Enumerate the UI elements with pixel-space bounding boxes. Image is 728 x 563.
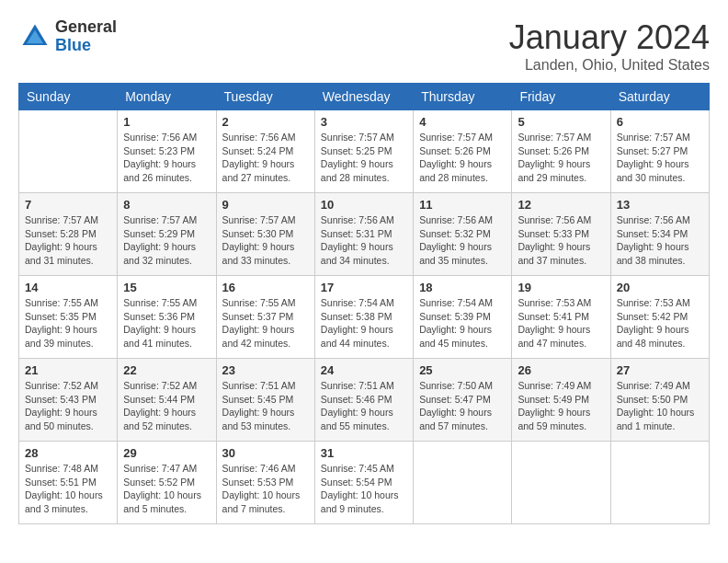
day-number: 17 (321, 281, 407, 294)
calendar-cell: 28 Sunrise: 7:48 AM Sunset: 5:51 PM Dayl… (19, 442, 118, 524)
sunset-text: Sunset: 5:27 PM (617, 145, 688, 156)
sunset-text: Sunset: 5:39 PM (419, 311, 491, 322)
sunrise-text: Sunrise: 7:55 AM (222, 297, 296, 308)
calendar-cell: 26 Sunrise: 7:49 AM Sunset: 5:49 PM Dayl… (512, 359, 610, 442)
sunset-text: Sunset: 5:50 PM (617, 394, 688, 405)
day-info: Sunrise: 7:53 AM Sunset: 5:41 PM Dayligh… (518, 296, 604, 350)
sunset-text: Sunset: 5:26 PM (419, 145, 491, 156)
daylight-text: Daylight: 10 hours and 3 minutes. (25, 489, 103, 514)
daylight-text: Daylight: 9 hours and 57 minutes. (419, 407, 492, 431)
sunset-text: Sunset: 5:28 PM (25, 228, 97, 239)
day-number: 15 (123, 281, 210, 294)
sunset-text: Sunset: 5:32 PM (419, 228, 491, 239)
weekday-header: Wednesday (314, 84, 413, 110)
day-info: Sunrise: 7:56 AM Sunset: 5:24 PM Dayligh… (222, 131, 309, 185)
day-number: 22 (123, 363, 210, 377)
daylight-text: Daylight: 9 hours and 41 minutes. (123, 324, 196, 349)
calendar-cell: 20 Sunrise: 7:53 AM Sunset: 5:42 PM Dayl… (610, 276, 709, 359)
logo-blue-text: Blue (55, 37, 117, 55)
page-header: General Blue January 2024 Landen, Ohio, … (18, 18, 710, 74)
calendar-cell: 17 Sunrise: 7:54 AM Sunset: 5:38 PM Dayl… (314, 276, 413, 359)
day-number: 1 (123, 115, 210, 129)
sunrise-text: Sunrise: 7:57 AM (123, 214, 197, 225)
day-number: 9 (222, 198, 309, 212)
sunrise-text: Sunrise: 7:49 AM (617, 380, 690, 391)
calendar-cell (610, 442, 709, 524)
day-number: 11 (419, 198, 506, 212)
sunrise-text: Sunrise: 7:57 AM (25, 214, 98, 225)
sunset-text: Sunset: 5:31 PM (321, 228, 392, 239)
sunrise-text: Sunrise: 7:45 AM (321, 463, 394, 474)
day-info: Sunrise: 7:49 AM Sunset: 5:49 PM Dayligh… (518, 379, 604, 433)
sunrise-text: Sunrise: 7:55 AM (25, 297, 98, 308)
sunset-text: Sunset: 5:47 PM (419, 394, 491, 405)
day-number: 7 (25, 198, 111, 212)
weekday-header: Tuesday (216, 84, 314, 110)
sunrise-text: Sunrise: 7:48 AM (25, 463, 98, 474)
daylight-text: Daylight: 9 hours and 53 minutes. (222, 407, 295, 431)
calendar-cell: 30 Sunrise: 7:46 AM Sunset: 5:53 PM Dayl… (216, 442, 314, 524)
daylight-text: Daylight: 9 hours and 59 minutes. (518, 407, 590, 431)
daylight-text: Daylight: 9 hours and 30 minutes. (617, 158, 689, 183)
sunrise-text: Sunrise: 7:56 AM (518, 214, 591, 225)
sunset-text: Sunset: 5:34 PM (617, 228, 688, 239)
day-info: Sunrise: 7:46 AM Sunset: 5:53 PM Dayligh… (222, 462, 309, 516)
sunset-text: Sunset: 5:33 PM (518, 228, 589, 239)
calendar-cell: 16 Sunrise: 7:55 AM Sunset: 5:37 PM Dayl… (216, 276, 314, 359)
day-info: Sunrise: 7:55 AM Sunset: 5:35 PM Dayligh… (25, 296, 111, 350)
calendar-week-row: 7 Sunrise: 7:57 AM Sunset: 5:28 PM Dayli… (19, 193, 710, 276)
day-number: 26 (518, 363, 604, 377)
sunrise-text: Sunrise: 7:47 AM (123, 463, 197, 474)
logo-icon (18, 20, 51, 53)
day-info: Sunrise: 7:53 AM Sunset: 5:42 PM Dayligh… (617, 296, 703, 350)
weekday-header: Sunday (19, 84, 118, 110)
calendar-week-row: 21 Sunrise: 7:52 AM Sunset: 5:43 PM Dayl… (19, 359, 710, 442)
calendar-cell: 25 Sunrise: 7:50 AM Sunset: 5:47 PM Dayl… (414, 359, 512, 442)
sunset-text: Sunset: 5:46 PM (321, 394, 392, 405)
sunrise-text: Sunrise: 7:56 AM (419, 214, 493, 225)
sunset-text: Sunset: 5:51 PM (25, 477, 97, 488)
day-number: 16 (222, 281, 309, 294)
sunset-text: Sunset: 5:26 PM (518, 145, 589, 156)
sunset-text: Sunset: 5:35 PM (25, 311, 97, 322)
day-info: Sunrise: 7:56 AM Sunset: 5:23 PM Dayligh… (123, 131, 210, 185)
calendar-cell: 19 Sunrise: 7:53 AM Sunset: 5:41 PM Dayl… (512, 276, 610, 359)
calendar-cell: 14 Sunrise: 7:55 AM Sunset: 5:35 PM Dayl… (19, 276, 118, 359)
day-number: 23 (222, 363, 309, 377)
day-info: Sunrise: 7:57 AM Sunset: 5:26 PM Dayligh… (518, 131, 604, 185)
calendar-cell: 6 Sunrise: 7:57 AM Sunset: 5:27 PM Dayli… (610, 110, 709, 193)
day-number: 30 (222, 446, 309, 460)
calendar-cell: 21 Sunrise: 7:52 AM Sunset: 5:43 PM Dayl… (19, 359, 118, 442)
daylight-text: Daylight: 9 hours and 34 minutes. (321, 241, 393, 266)
daylight-text: Daylight: 9 hours and 33 minutes. (222, 241, 295, 266)
sunset-text: Sunset: 5:43 PM (25, 394, 97, 405)
calendar-cell: 23 Sunrise: 7:51 AM Sunset: 5:45 PM Dayl… (216, 359, 314, 442)
daylight-text: Daylight: 10 hours and 5 minutes. (123, 489, 201, 514)
sunrise-text: Sunrise: 7:51 AM (222, 380, 296, 391)
day-info: Sunrise: 7:57 AM Sunset: 5:28 PM Dayligh… (25, 213, 111, 268)
day-number: 6 (617, 115, 703, 129)
calendar-cell: 8 Sunrise: 7:57 AM Sunset: 5:29 PM Dayli… (118, 193, 216, 276)
calendar-cell: 11 Sunrise: 7:56 AM Sunset: 5:32 PM Dayl… (414, 193, 512, 276)
sunrise-text: Sunrise: 7:55 AM (123, 297, 197, 308)
day-number: 27 (617, 363, 703, 377)
calendar-cell: 9 Sunrise: 7:57 AM Sunset: 5:30 PM Dayli… (216, 193, 314, 276)
daylight-text: Daylight: 9 hours and 28 minutes. (321, 158, 393, 183)
sunset-text: Sunset: 5:30 PM (222, 228, 294, 239)
daylight-text: Daylight: 10 hours and 1 minute. (617, 407, 695, 431)
day-info: Sunrise: 7:56 AM Sunset: 5:34 PM Dayligh… (617, 213, 703, 268)
calendar-cell: 3 Sunrise: 7:57 AM Sunset: 5:25 PM Dayli… (314, 110, 413, 193)
weekday-header: Saturday (610, 84, 709, 110)
calendar-cell: 22 Sunrise: 7:52 AM Sunset: 5:44 PM Dayl… (118, 359, 216, 442)
sunrise-text: Sunrise: 7:57 AM (518, 132, 591, 143)
day-number: 12 (518, 198, 604, 212)
calendar-week-row: 1 Sunrise: 7:56 AM Sunset: 5:23 PM Dayli… (19, 110, 710, 193)
daylight-text: Daylight: 9 hours and 29 minutes. (518, 158, 590, 183)
day-number: 19 (518, 281, 604, 294)
logo: General Blue (18, 18, 117, 55)
day-number: 18 (419, 281, 506, 294)
calendar-cell: 31 Sunrise: 7:45 AM Sunset: 5:54 PM Dayl… (314, 442, 413, 524)
sunrise-text: Sunrise: 7:56 AM (617, 214, 690, 225)
location-text: Landen, Ohio, United States (509, 57, 710, 74)
weekday-header-row: SundayMondayTuesdayWednesdayThursdayFrid… (19, 84, 710, 110)
